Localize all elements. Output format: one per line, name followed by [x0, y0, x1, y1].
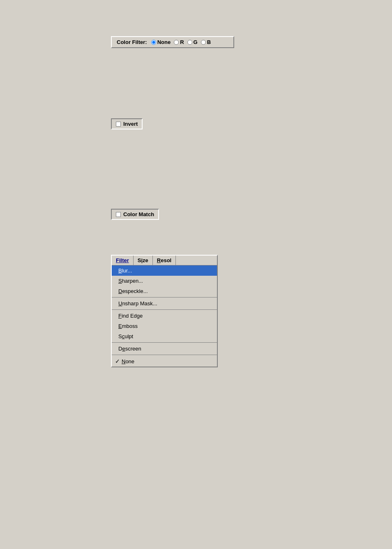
color-match-label: Color Match — [123, 211, 154, 217]
menu-item-sculpt[interactable]: Sculpt — [112, 331, 217, 341]
none-label: None — [122, 358, 214, 364]
menu-tab-resol-label: Resol — [157, 257, 171, 263]
menu-divider-1 — [112, 297, 217, 298]
menu-tab-filter-label: Filter — [116, 257, 129, 263]
menu-item-find-edge[interactable]: Find Edge — [112, 311, 217, 321]
menu-divider-4 — [112, 355, 217, 355]
radio-option-b[interactable]: B — [201, 39, 211, 45]
color-filter-label: Color Filter: — [117, 39, 147, 45]
none-checkmark: ✓ — [115, 358, 121, 364]
menu-item-blur[interactable]: Blur... — [112, 265, 217, 276]
menu-item-descreen[interactable]: Descreen — [112, 344, 217, 354]
color-match-checkbox-button[interactable]: Color Match — [111, 209, 159, 220]
menu-item-sharpen[interactable]: Sharpen... — [112, 276, 217, 286]
radio-option-r[interactable]: R — [174, 39, 184, 45]
radio-b-label: B — [207, 39, 211, 45]
color-filter-bar: Color Filter: None R G B — [111, 36, 234, 48]
menu-tab-resol[interactable]: Resol — [153, 256, 176, 265]
radio-option-g[interactable]: G — [187, 39, 198, 45]
filter-dropdown-menu: Filter Size Resol Blur... Sharpen... Des… — [111, 255, 218, 367]
menu-item-unsharp-mask[interactable]: Unsharp Mask... — [112, 298, 217, 309]
menu-item-none[interactable]: ✓ None — [112, 356, 217, 367]
color-filter-radio-group: None R G B — [151, 39, 211, 45]
invert-section: Invert — [111, 118, 143, 129]
radio-b[interactable] — [201, 40, 206, 45]
menu-divider-3 — [112, 342, 217, 343]
invert-checkbox-button[interactable]: Invert — [111, 118, 143, 129]
invert-label: Invert — [123, 121, 138, 127]
radio-g-label: G — [194, 39, 198, 45]
radio-r[interactable] — [174, 40, 179, 45]
menu-item-despeckle[interactable]: Despeckle... — [112, 286, 217, 296]
menu-tab-filter[interactable]: Filter — [112, 256, 134, 265]
menu-header: Filter Size Resol — [112, 256, 217, 265]
menu-tab-size[interactable]: Size — [134, 256, 153, 265]
radio-option-none[interactable]: None — [151, 39, 171, 45]
color-match-checkbox[interactable] — [116, 212, 121, 217]
menu-item-emboss[interactable]: Emboss — [112, 321, 217, 331]
radio-g[interactable] — [187, 40, 192, 45]
radio-none[interactable] — [151, 40, 156, 45]
menu-divider-2 — [112, 309, 217, 310]
invert-checkbox[interactable] — [116, 122, 121, 127]
menu-tab-size-label: Size — [138, 257, 148, 263]
radio-r-label: R — [180, 39, 184, 45]
color-match-section: Color Match — [111, 209, 159, 220]
radio-none-label: None — [157, 39, 171, 45]
